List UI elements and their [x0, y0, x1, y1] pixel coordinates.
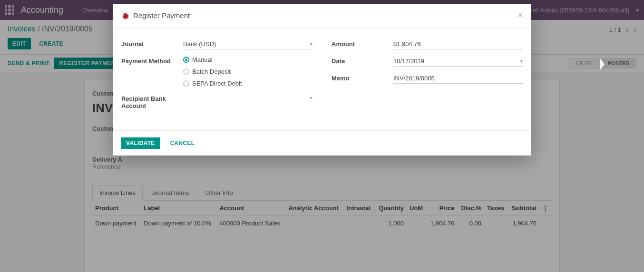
label-date: Date — [332, 56, 393, 65]
close-icon[interactable]: × — [517, 10, 523, 20]
label-payment-method: Payment Method — [121, 56, 183, 65]
radio-sepa[interactable]: SEPA Direct Debit — [183, 80, 312, 87]
caret-icon: ▾ — [520, 58, 523, 64]
radio-manual[interactable]: Manual — [183, 56, 312, 63]
memo-input[interactable] — [393, 73, 523, 84]
caret-icon: ▾ — [310, 95, 312, 100]
register-payment-modal: 🐞 Register Payment × Journal Bank (USD)▾… — [113, 4, 531, 155]
validate-button[interactable]: VALIDATE — [121, 137, 160, 149]
label-recipient-bank: Recipient Bank Account — [121, 94, 183, 109]
label-amount: Amount — [332, 39, 393, 48]
date-input[interactable]: 10/17/2019▾ — [393, 56, 523, 67]
caret-icon: ▾ — [310, 41, 312, 47]
cancel-button[interactable]: CANCEL — [166, 137, 200, 149]
label-memo: Memo — [332, 73, 393, 82]
journal-select[interactable]: Bank (USD)▾ — [183, 39, 312, 49]
debug-icon[interactable]: 🐞 — [121, 12, 129, 19]
label-journal: Journal — [121, 39, 183, 48]
amount-input[interactable] — [393, 39, 523, 49]
modal-overlay[interactable]: 🐞 Register Payment × Journal Bank (USD)▾… — [0, 0, 644, 272]
recipient-bank-select[interactable]: ▾ — [183, 94, 312, 102]
radio-batch-deposit[interactable]: Batch Deposit — [183, 68, 312, 75]
modal-title: Register Payment — [133, 11, 190, 19]
